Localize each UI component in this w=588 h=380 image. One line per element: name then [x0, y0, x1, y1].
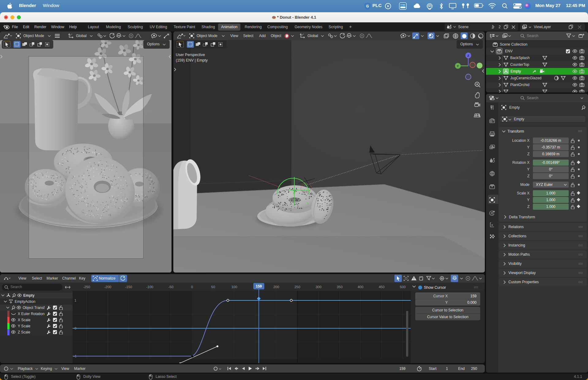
- svg-text:-150: -150: [125, 285, 132, 289]
- svg-text:159: 159: [256, 284, 262, 288]
- svg-text:Z: Z: [467, 54, 469, 57]
- svg-text:DYMO: DYMO: [400, 4, 405, 6]
- svg-text:450: 450: [379, 285, 384, 289]
- svg-text:100: 100: [231, 285, 237, 289]
- svg-text:(159) ENV | Empty: (159) ENV | Empty: [176, 58, 208, 62]
- svg-text:Cursor Value to Selection: Cursor Value to Selection: [427, 315, 468, 319]
- svg-text:300: 300: [315, 285, 321, 289]
- svg-text:350: 350: [337, 285, 342, 289]
- svg-text:400: 400: [357, 285, 363, 289]
- svg-text:0: 0: [191, 285, 193, 289]
- svg-text:Show Cursor: Show Cursor: [424, 285, 446, 290]
- svg-text:Y: Y: [445, 300, 448, 305]
- svg-text:Y: Y: [457, 64, 459, 68]
- svg-text:1: 1: [74, 299, 76, 302]
- svg-text:Cursor to Selection: Cursor to Selection: [432, 308, 463, 312]
- svg-text:159: 159: [470, 294, 477, 298]
- svg-text:-200: -200: [104, 285, 111, 289]
- svg-text:500: 500: [400, 285, 405, 289]
- svg-text:250: 250: [294, 285, 300, 289]
- svg-text:200: 200: [273, 285, 279, 289]
- svg-text:Cursor X: Cursor X: [433, 294, 448, 298]
- svg-text:G: G: [366, 4, 369, 8]
- svg-text:User Perspective: User Perspective: [176, 53, 205, 57]
- svg-text:-250: -250: [83, 285, 90, 289]
- svg-text:50: 50: [211, 285, 215, 289]
- svg-text:0.000: 0.000: [467, 300, 477, 305]
- svg-text:-50: -50: [168, 285, 174, 289]
- svg-text:-100: -100: [146, 285, 153, 289]
